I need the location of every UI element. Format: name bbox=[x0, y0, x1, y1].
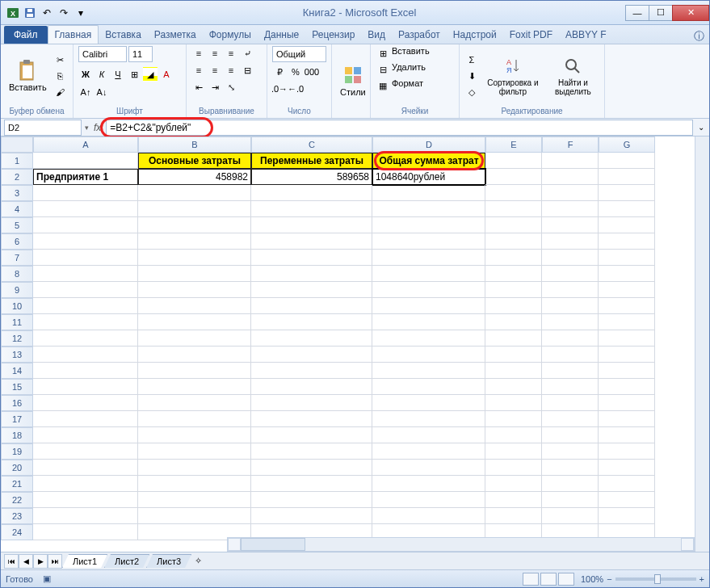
cell-F15[interactable] bbox=[542, 379, 599, 395]
cell-G13[interactable] bbox=[599, 346, 655, 363]
spreadsheet-grid[interactable]: ABCDEFG 1Основные затратыПеременные затр… bbox=[1, 136, 709, 566]
cell-A24[interactable] bbox=[33, 524, 138, 540]
cell-F12[interactable] bbox=[542, 330, 599, 346]
abbyy-tab[interactable]: ABBYY F bbox=[559, 26, 612, 44]
zoom-out-icon[interactable]: − bbox=[607, 574, 611, 584]
clear-icon[interactable]: ◇ bbox=[464, 85, 479, 99]
cell-E7[interactable] bbox=[485, 250, 542, 266]
cell-E16[interactable] bbox=[485, 395, 542, 411]
sheet-tab-3[interactable]: Лист3 bbox=[146, 554, 191, 568]
cell-G5[interactable] bbox=[599, 217, 655, 233]
cell-E14[interactable] bbox=[485, 363, 542, 379]
cell-G22[interactable] bbox=[599, 492, 655, 508]
cell-G1[interactable] bbox=[599, 153, 655, 169]
row-header[interactable]: 19 bbox=[1, 443, 33, 460]
cell-F13[interactable] bbox=[542, 346, 599, 363]
select-all-cell[interactable] bbox=[1, 136, 33, 153]
cell-F21[interactable] bbox=[542, 476, 599, 492]
cell-G23[interactable] bbox=[599, 508, 655, 524]
cell-C11[interactable] bbox=[251, 314, 372, 330]
cell-G16[interactable] bbox=[599, 395, 655, 411]
row-header[interactable]: 10 bbox=[1, 298, 33, 314]
row-header[interactable]: 13 bbox=[1, 346, 33, 363]
cell-C6[interactable] bbox=[251, 233, 372, 250]
cell-B10[interactable] bbox=[138, 298, 251, 314]
cell-B15[interactable] bbox=[138, 379, 251, 395]
cell-G3[interactable] bbox=[599, 185, 655, 201]
cell-C3[interactable] bbox=[251, 185, 372, 201]
cell-B18[interactable] bbox=[138, 427, 251, 443]
formulas-tab[interactable]: Формулы bbox=[203, 26, 258, 44]
sort-filter-button[interactable]: АЯ Сортировка и фильтр bbox=[482, 54, 544, 98]
insert-cells-label[interactable]: Вставить bbox=[392, 46, 430, 61]
insert-tab[interactable]: Вставка bbox=[99, 26, 148, 44]
undo-icon[interactable]: ↶ bbox=[40, 6, 54, 20]
cell-D8[interactable] bbox=[372, 266, 485, 282]
row-header[interactable]: 22 bbox=[1, 492, 33, 508]
cell-D17[interactable] bbox=[372, 411, 485, 427]
column-header-c[interactable]: C bbox=[251, 136, 372, 153]
formula-expand-icon[interactable]: ⌄ bbox=[693, 123, 709, 132]
delete-cells-icon[interactable]: ⊟ bbox=[376, 62, 390, 77]
row-header[interactable]: 9 bbox=[1, 282, 33, 298]
increase-font-icon[interactable]: A↑ bbox=[78, 85, 93, 99]
cell-B23[interactable] bbox=[138, 508, 251, 524]
column-header-g[interactable]: G bbox=[599, 136, 655, 153]
merge-icon[interactable]: ⊟ bbox=[240, 63, 254, 78]
cell-C5[interactable] bbox=[251, 217, 372, 233]
cell-A15[interactable] bbox=[33, 379, 138, 395]
cell-D14[interactable] bbox=[372, 363, 485, 379]
new-sheet-icon[interactable]: ✧ bbox=[195, 556, 202, 566]
cell-C18[interactable] bbox=[251, 427, 372, 443]
paste-button[interactable]: Вставить bbox=[6, 58, 50, 94]
cell-G8[interactable] bbox=[599, 266, 655, 282]
foxit-tab[interactable]: Foxit PDF bbox=[503, 26, 559, 44]
cell-A14[interactable] bbox=[33, 363, 138, 379]
cell-C14[interactable] bbox=[251, 363, 372, 379]
page-break-view-icon[interactable] bbox=[558, 573, 574, 586]
cell-G11[interactable] bbox=[599, 314, 655, 330]
file-tab[interactable]: Файл bbox=[4, 26, 48, 44]
sheet-tab-2[interactable]: Лист2 bbox=[104, 554, 149, 568]
cell-A19[interactable] bbox=[33, 443, 138, 460]
cell-A18[interactable] bbox=[33, 427, 138, 443]
cell-B11[interactable] bbox=[138, 314, 251, 330]
cell-C13[interactable] bbox=[251, 346, 372, 363]
row-header[interactable]: 15 bbox=[1, 379, 33, 395]
macro-record-icon[interactable]: ▣ bbox=[40, 572, 54, 586]
normal-view-icon[interactable] bbox=[523, 573, 539, 586]
cell-C10[interactable] bbox=[251, 298, 372, 314]
save-icon[interactable] bbox=[23, 6, 37, 20]
row-header[interactable]: 24 bbox=[1, 524, 33, 540]
cell-F7[interactable] bbox=[542, 250, 599, 266]
cell-E22[interactable] bbox=[485, 492, 542, 508]
column-header-f[interactable]: F bbox=[542, 136, 599, 153]
cell-B6[interactable] bbox=[138, 233, 251, 250]
cell-E21[interactable] bbox=[485, 476, 542, 492]
developer-tab[interactable]: Разработ bbox=[392, 26, 447, 44]
cell-E19[interactable] bbox=[485, 443, 542, 460]
comma-icon[interactable]: 000 bbox=[305, 65, 319, 79]
cell-G2[interactable] bbox=[599, 169, 655, 185]
cell-E9[interactable] bbox=[485, 282, 542, 298]
cell-C1[interactable]: Переменные затраты bbox=[251, 153, 372, 169]
column-header-b[interactable]: B bbox=[138, 136, 251, 153]
cell-E11[interactable] bbox=[485, 314, 542, 330]
cell-G10[interactable] bbox=[599, 298, 655, 314]
cell-G9[interactable] bbox=[599, 282, 655, 298]
cell-B7[interactable] bbox=[138, 250, 251, 266]
cell-E5[interactable] bbox=[485, 217, 542, 233]
cell-B9[interactable] bbox=[138, 282, 251, 298]
copy-icon[interactable]: ⎘ bbox=[53, 69, 68, 83]
cell-F6[interactable] bbox=[542, 233, 599, 250]
cell-G12[interactable] bbox=[599, 330, 655, 346]
cell-B1[interactable]: Основные затраты bbox=[138, 153, 251, 169]
cell-G18[interactable] bbox=[599, 427, 655, 443]
align-left-icon[interactable]: ≡ bbox=[191, 63, 206, 78]
cell-E13[interactable] bbox=[485, 346, 542, 363]
cell-F2[interactable] bbox=[542, 169, 599, 185]
cell-A1[interactable] bbox=[33, 153, 138, 169]
orientation-icon[interactable]: ⤡ bbox=[224, 80, 238, 94]
format-cells-label[interactable]: Формат bbox=[392, 78, 423, 93]
cell-D23[interactable] bbox=[372, 508, 485, 524]
